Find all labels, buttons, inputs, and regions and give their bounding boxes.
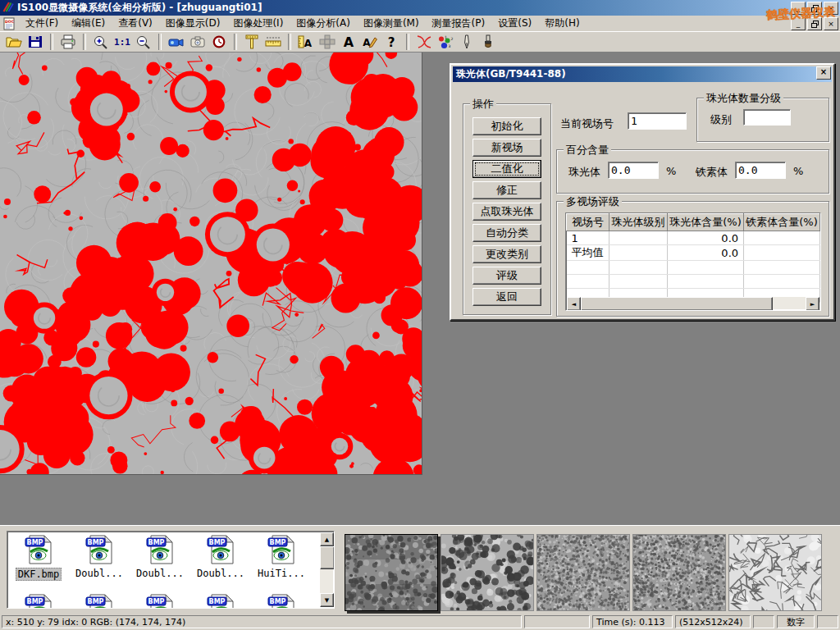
micrograph-thumbnail[interactable] — [632, 534, 726, 611]
table-cell — [667, 275, 743, 289]
file-browser-scrollbar[interactable]: ▲ ▼ — [320, 532, 333, 607]
op-button-5[interactable]: 点取珠光体 — [472, 203, 541, 221]
svg-text:BMP: BMP — [148, 598, 165, 605]
classify-icon[interactable]: 123 — [435, 33, 456, 51]
dialog-title: 珠光体(GB/T9441-88) — [456, 67, 566, 81]
dialog-close-icon[interactable]: × — [816, 66, 831, 80]
file-item[interactable]: BMPDKF.bmp — [9, 535, 68, 581]
scrollbar-thumb[interactable] — [320, 546, 335, 569]
menu-item-image-measure[interactable]: 图像测量(M) — [357, 15, 426, 32]
scroll-down-icon[interactable]: ▼ — [320, 593, 334, 607]
menu-item-image-analyze[interactable]: 图像分析(A) — [290, 15, 357, 32]
pen-icon[interactable] — [456, 33, 477, 51]
op-button-2[interactable]: 新视场 — [472, 139, 541, 157]
micrograph-image[interactable] — [0, 52, 422, 475]
document-icon[interactable]: DOC — [2, 17, 16, 30]
op-button-9[interactable]: 返回 — [472, 288, 541, 306]
menu-item-measure-report[interactable]: 测量报告(P) — [426, 15, 492, 32]
text-icon[interactable]: A — [338, 33, 359, 51]
pearlite-percent-sign: % — [666, 165, 676, 177]
menu-item-image-process[interactable]: 图像处理(I) — [226, 15, 290, 32]
save-icon[interactable] — [25, 33, 46, 51]
grading-group: 珠光体数量分级 级别 — [696, 98, 829, 142]
help-icon[interactable]: ? — [381, 33, 402, 51]
menu-item-help[interactable]: 帮助(H) — [538, 15, 586, 32]
curve-icon[interactable] — [413, 33, 435, 51]
bmp-file-icon: BMP — [252, 594, 311, 609]
pearlite-percent-input[interactable]: 0.0 — [608, 162, 659, 179]
timer-icon[interactable] — [208, 33, 230, 51]
micrograph-thumbnail[interactable] — [345, 534, 438, 611]
open-icon[interactable] — [3, 33, 25, 51]
table-cell: 1 — [567, 231, 609, 245]
table-row[interactable]: 10.0 — [567, 231, 820, 245]
caliper-icon[interactable] — [241, 33, 262, 51]
grading-group-label: 珠光体数量分级 — [704, 91, 783, 106]
menu-item-settings[interactable]: 设置(S) — [491, 15, 538, 32]
multi-view-group: 多视场评级 视场号珠光体级别珠光体含量(%)铁素体含量(%)10.0平均值0.0… — [556, 201, 829, 317]
op-button-1[interactable]: 初始化 — [472, 117, 541, 135]
svg-text:DOC: DOC — [5, 19, 15, 23]
scrollbar-thumb[interactable] — [581, 297, 773, 311]
op-button-4[interactable]: 修正 — [472, 181, 541, 199]
toolbar-separator — [406, 34, 409, 50]
table-cell — [609, 245, 668, 261]
menu-item-file[interactable]: 文件(F) — [19, 15, 65, 32]
file-item[interactable]: BMPHuiTi... — [252, 535, 311, 579]
table-horizontal-scrollbar[interactable]: ◄ ► — [567, 297, 819, 309]
scroll-right-icon[interactable]: ► — [806, 297, 819, 311]
micrograph-thumbnail[interactable] — [728, 534, 822, 611]
file-item[interactable]: BMP — [9, 594, 68, 609]
menu-item-edit[interactable]: 编辑(E) — [65, 15, 112, 32]
file-item[interactable]: BMPDoubl... — [191, 535, 250, 579]
level-input[interactable] — [743, 109, 791, 126]
scroll-up-icon[interactable]: ▲ — [320, 532, 334, 546]
dialog-title-bar[interactable]: 珠光体(GB/T9441-88) — [453, 66, 832, 82]
file-item[interactable]: BMP — [252, 594, 311, 609]
scroll-left-icon[interactable]: ◄ — [567, 297, 581, 311]
thumbnail-image — [729, 535, 821, 610]
file-item[interactable]: BMP — [191, 594, 250, 609]
bmp-file-icon: BMP — [70, 594, 129, 609]
current-view-input[interactable]: 1 — [628, 112, 687, 130]
svg-text:BMP: BMP — [27, 598, 43, 605]
svg-text:BMP: BMP — [148, 539, 165, 546]
thumbnail-image — [537, 535, 629, 610]
column-header: 珠光体含量(%) — [667, 214, 743, 231]
toolbar-group: 1:1 — [90, 33, 154, 51]
file-item[interactable]: BMP — [70, 594, 129, 609]
bmp-file-icon: BMP — [9, 594, 68, 609]
file-item[interactable]: BMP — [130, 594, 189, 609]
table-row[interactable]: 平均值0.0 — [567, 245, 820, 261]
micrograph-thumbnail[interactable] — [441, 534, 534, 611]
ferrite-percent-input[interactable]: 0.0 — [735, 162, 786, 179]
bmp-file-icon: BMP — [252, 535, 311, 567]
op-button-7[interactable]: 更改类别 — [472, 245, 541, 263]
brush-icon[interactable] — [477, 33, 499, 51]
op-button-3[interactable]: 二值化 — [472, 160, 541, 178]
ruler-icon[interactable] — [262, 33, 284, 51]
op-button-8[interactable]: 评级 — [472, 267, 541, 285]
menu-item-image-display[interactable]: 图像显示(D) — [159, 15, 227, 32]
annotate-icon[interactable]: A — [359, 33, 381, 51]
bmp-file-icon: BMP — [70, 535, 129, 567]
ferrite-label: 铁素体 — [696, 165, 728, 180]
toolbar: 1:1AAA?123 — [0, 32, 840, 52]
micrograph-thumbnail[interactable] — [536, 534, 630, 611]
table-cell — [744, 231, 820, 245]
video-camera-icon[interactable] — [166, 33, 187, 51]
zoom-in-icon[interactable] — [90, 33, 112, 51]
measure-text-icon[interactable]: A — [295, 33, 317, 51]
file-item[interactable]: BMPDoubl... — [130, 535, 189, 579]
file-item[interactable]: BMPDoubl... — [70, 535, 129, 579]
print-icon[interactable] — [57, 33, 79, 51]
svg-text:3: 3 — [449, 44, 451, 48]
actual-size-icon[interactable]: 1:1 — [112, 33, 133, 51]
op-button-6[interactable]: 自动分类 — [472, 224, 541, 242]
menu-item-view[interactable]: 查看(V) — [112, 15, 159, 32]
svg-text:BMP: BMP — [270, 539, 286, 546]
zoom-out-icon[interactable] — [133, 33, 154, 51]
grid-icon[interactable] — [317, 33, 338, 51]
capture-icon[interactable] — [187, 33, 208, 51]
file-name-label: Doubl... — [135, 568, 185, 579]
